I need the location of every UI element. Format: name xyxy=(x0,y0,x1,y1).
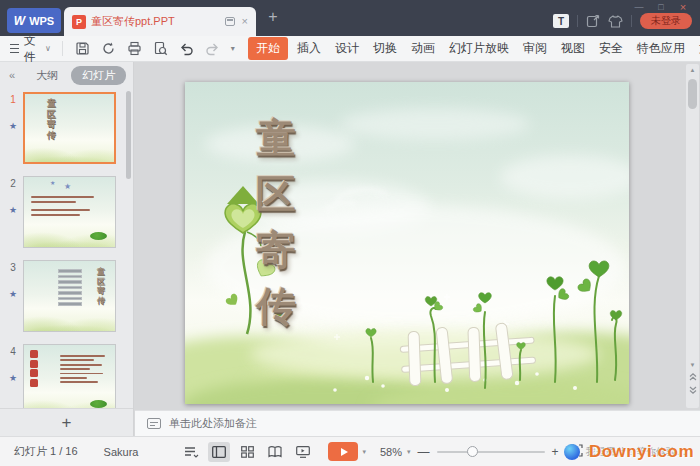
title-char: 寄 xyxy=(256,228,296,272)
undo-icon[interactable] xyxy=(179,41,194,56)
slide-thumbnail-1[interactable]: 1 ★ 童区寄传 xyxy=(0,89,133,173)
quick-access-toolbar: ▾ xyxy=(62,41,235,56)
thumbnail-scrollbar[interactable] xyxy=(126,91,131,179)
notes-toggle-icon[interactable] xyxy=(180,442,202,462)
ribbon-tabs: 开始 插入 设计 切换 动画 幻灯片放映 审阅 视图 安全 特色应用 文档助手 xyxy=(248,37,700,60)
document-tab-title: 童区寄传ppt.PPT xyxy=(91,14,218,29)
slide-sorter-icon[interactable] xyxy=(236,442,258,462)
previous-slide-icon[interactable] xyxy=(689,373,697,381)
slide-thumbnail-4[interactable]: 4 ★ xyxy=(0,341,133,408)
tab-outline[interactable]: 大纲 xyxy=(36,68,58,83)
slide-number: 1 xyxy=(6,94,20,105)
thumbnail-canvas: 童区寄传 xyxy=(23,92,116,164)
theme-name-button[interactable]: Sakura xyxy=(104,446,139,458)
animation-star-icon: ★ xyxy=(5,373,21,383)
canvas-scrollbar[interactable]: ▲ ▼ xyxy=(686,64,699,408)
wps-logo-button[interactable]: W WPS xyxy=(7,8,61,33)
title-char: 传 xyxy=(256,284,296,328)
thumbnail-canvas: ★ ★ xyxy=(23,176,116,248)
ribbon-tab-home[interactable]: 开始 xyxy=(248,37,288,60)
collapse-panel-icon[interactable]: « xyxy=(9,69,15,81)
new-tab-button[interactable]: + xyxy=(264,8,282,26)
editing-canvas: 童 区 寄 传 ▲ ▼ xyxy=(135,62,700,410)
star-decoration: ★ xyxy=(50,179,55,186)
file-menu-button[interactable]: 文件 ∨ xyxy=(10,32,51,66)
statusbar: 幻灯片 1 / 16 Sakura ▾ 58% ▾ — xyxy=(0,436,700,466)
thumbnail-red-title xyxy=(30,350,38,388)
animation-star-icon: ★ xyxy=(5,205,21,215)
thumbnail-canvas: 童区寄传 xyxy=(23,260,116,332)
slide-number: 2 xyxy=(6,178,20,189)
ribbon-tab-insert[interactable]: 插入 xyxy=(290,37,328,60)
next-slide-icon[interactable] xyxy=(689,386,697,394)
thumbnail-text-tower xyxy=(58,269,82,308)
zoom-percent[interactable]: 58% xyxy=(380,446,402,458)
wps-presentation-window: W WPS P 童区寄传ppt.PPT × + — □ × T 未登录 xyxy=(0,0,700,466)
zoom-slider[interactable] xyxy=(437,451,545,453)
minimize-button[interactable]: — xyxy=(628,0,650,14)
slide-thumbnail-3[interactable]: 3 ★ 童区寄传 xyxy=(0,257,133,341)
slide-background-art xyxy=(185,82,629,404)
scroll-up-icon[interactable]: ▲ xyxy=(686,67,699,73)
scrollbar-bottom-buttons: ▼ xyxy=(686,362,699,394)
thumbnail-text-lines xyxy=(31,196,108,219)
watermark-text: Downyi.com xyxy=(589,442,694,462)
slide-number: 3 xyxy=(6,262,20,273)
maximize-button[interactable]: □ xyxy=(650,0,672,14)
sidebar-footer: + xyxy=(0,408,133,436)
tab-close-icon[interactable]: × xyxy=(242,16,248,27)
share-icon[interactable] xyxy=(586,14,600,28)
slide-panel: « 大纲 幻灯片 1 ★ 童区寄传 2 ★ ★ xyxy=(0,62,134,436)
tab-pin-icon[interactable] xyxy=(225,17,235,26)
save-icon[interactable] xyxy=(75,41,90,56)
tab-slides[interactable]: 幻灯片 xyxy=(71,66,126,85)
titlebar-right-group: T 未登录 xyxy=(553,13,692,29)
wps-logo-icon: W xyxy=(14,14,25,28)
play-slideshow-button[interactable] xyxy=(328,442,358,461)
thumbnail-ellipse xyxy=(90,232,107,240)
title-char: 童 xyxy=(256,116,296,160)
text-tool-badge[interactable]: T xyxy=(553,14,569,28)
notes-placeholder[interactable]: 单击此处添加备注 xyxy=(169,416,257,431)
zoom-out-button[interactable]: — xyxy=(418,446,430,458)
ribbon-tab-view[interactable]: 视图 xyxy=(554,37,592,60)
zoom-in-button[interactable]: + xyxy=(552,446,559,458)
assistant-ball-icon xyxy=(564,444,580,460)
document-tab[interactable]: P 童区寄传ppt.PPT × xyxy=(64,7,256,36)
ribbon-tab-security[interactable]: 安全 xyxy=(592,37,630,60)
skin-theme-icon[interactable] xyxy=(608,15,623,28)
export-icon[interactable] xyxy=(101,41,116,56)
slide-canvas[interactable]: 童 区 寄 传 xyxy=(185,82,629,404)
thumbnail-text-lines xyxy=(60,355,109,386)
print-icon[interactable] xyxy=(127,41,142,56)
scroll-down-icon[interactable]: ▼ xyxy=(690,362,696,368)
scrollbar-thumb[interactable] xyxy=(688,79,697,109)
login-button[interactable]: 未登录 xyxy=(640,13,692,29)
add-slide-button[interactable]: + xyxy=(62,413,72,433)
play-options-caret[interactable]: ▾ xyxy=(362,448,366,456)
ribbon-tab-transition[interactable]: 切换 xyxy=(366,37,404,60)
redo-icon[interactable] xyxy=(205,41,220,56)
ppt-file-icon: P xyxy=(72,15,86,29)
ribbon-tab-special-apps[interactable]: 特色应用 xyxy=(630,37,692,60)
ribbon-tab-design[interactable]: 设计 xyxy=(328,37,366,60)
slide-counter: 幻灯片 1 / 16 xyxy=(14,444,78,459)
ribbon-tab-animation[interactable]: 动画 xyxy=(404,37,442,60)
normal-view-icon[interactable] xyxy=(208,442,230,462)
toolbar-more-icon[interactable]: ▾ xyxy=(231,44,235,53)
notes-icon xyxy=(147,418,161,429)
ribbon-tab-review[interactable]: 审阅 xyxy=(516,37,554,60)
chevron-down-icon: ∨ xyxy=(45,44,51,53)
zoom-slider-knob[interactable] xyxy=(467,446,478,457)
notes-bar[interactable]: 单击此处添加备注 xyxy=(135,410,700,436)
ribbon-tab-doc-assistant[interactable]: 文档助手 xyxy=(692,37,700,60)
close-button[interactable]: × xyxy=(672,0,694,14)
slideshow-view-icon[interactable] xyxy=(292,442,314,462)
ribbon-tab-slideshow[interactable]: 幻灯片放映 xyxy=(442,37,516,60)
print-preview-icon[interactable] xyxy=(153,41,168,56)
hamburger-icon xyxy=(10,44,19,53)
reading-view-icon[interactable] xyxy=(264,442,286,462)
slide-thumbnail-2[interactable]: 2 ★ ★ ★ xyxy=(0,173,133,257)
wps-logo-label: WPS xyxy=(29,15,54,27)
zoom-caret[interactable]: ▾ xyxy=(407,448,411,456)
